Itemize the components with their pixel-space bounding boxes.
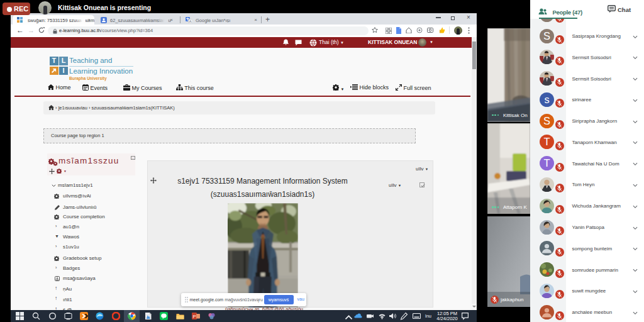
- svg-text:A: A: [189, 19, 192, 23]
- svg-text:P: P: [192, 314, 196, 319]
